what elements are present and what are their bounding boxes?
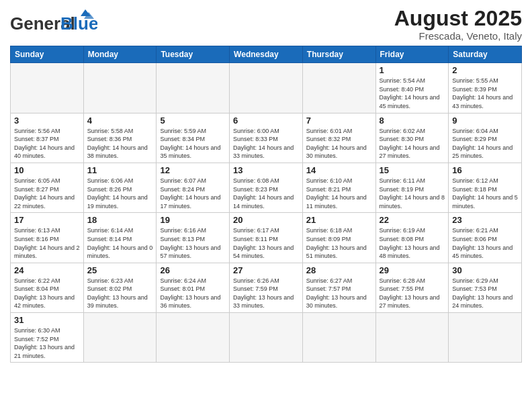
date-number: 3 xyxy=(14,116,80,126)
day-info: Sunrise: 6:08 AM Sunset: 8:23 PM Dayligh… xyxy=(233,177,299,210)
date-number: 27 xyxy=(233,265,299,275)
weekday-header-sunday: Sunday xyxy=(11,46,84,63)
calendar-cell xyxy=(157,63,230,113)
weekday-header-saturday: Saturday xyxy=(449,46,522,63)
calendar-cell: 20Sunrise: 6:17 AM Sunset: 8:11 PM Dayli… xyxy=(230,213,303,263)
weekday-header-friday: Friday xyxy=(375,46,449,63)
date-number: 28 xyxy=(306,265,372,275)
calendar-cell: 25Sunrise: 6:23 AM Sunset: 8:02 PM Dayli… xyxy=(83,263,157,312)
calendar-cell: 13Sunrise: 6:08 AM Sunset: 8:23 PM Dayli… xyxy=(230,163,303,212)
date-number: 12 xyxy=(160,165,226,175)
day-info: Sunrise: 5:54 AM Sunset: 8:40 PM Dayligh… xyxy=(380,77,445,110)
calendar-cell: 15Sunrise: 6:11 AM Sunset: 8:19 PM Dayli… xyxy=(375,163,449,212)
date-number: 18 xyxy=(87,215,153,225)
day-info: Sunrise: 6:16 AM Sunset: 8:13 PM Dayligh… xyxy=(160,226,226,260)
date-number: 7 xyxy=(306,116,372,126)
logo-area: General Blue xyxy=(10,7,97,40)
day-info: Sunrise: 6:01 AM Sunset: 8:32 PM Dayligh… xyxy=(306,127,372,161)
day-info: Sunrise: 6:30 AM Sunset: 7:52 PM Dayligh… xyxy=(14,326,80,360)
day-info: Sunrise: 6:06 AM Sunset: 8:26 PM Dayligh… xyxy=(87,177,153,210)
calendar-cell: 30Sunrise: 6:29 AM Sunset: 7:53 PM Dayli… xyxy=(449,263,522,312)
calendar-cell: 14Sunrise: 6:10 AM Sunset: 8:21 PM Dayli… xyxy=(302,163,375,212)
weekday-header-wednesday: Wednesday xyxy=(230,46,303,63)
day-info: Sunrise: 6:24 AM Sunset: 8:01 PM Dayligh… xyxy=(160,277,226,310)
calendar-cell: 11Sunrise: 6:06 AM Sunset: 8:26 PM Dayli… xyxy=(83,163,157,212)
weekday-header-row: SundayMondayTuesdayWednesdayThursdayFrid… xyxy=(11,46,522,63)
date-number: 19 xyxy=(160,215,226,225)
calendar-cell: 17Sunrise: 6:13 AM Sunset: 8:16 PM Dayli… xyxy=(11,213,84,263)
date-number: 6 xyxy=(233,116,299,126)
calendar-cell: 5Sunrise: 5:59 AM Sunset: 8:34 PM Daylig… xyxy=(157,113,230,163)
calendar-cell: 23Sunrise: 6:21 AM Sunset: 8:06 PM Dayli… xyxy=(449,213,522,263)
day-info: Sunrise: 6:28 AM Sunset: 7:55 PM Dayligh… xyxy=(380,277,445,310)
calendar-cell: 18Sunrise: 6:14 AM Sunset: 8:14 PM Dayli… xyxy=(83,213,157,263)
day-info: Sunrise: 6:02 AM Sunset: 8:30 PM Dayligh… xyxy=(380,127,445,161)
date-number: 4 xyxy=(87,116,153,126)
day-info: Sunrise: 6:13 AM Sunset: 8:16 PM Dayligh… xyxy=(14,226,80,260)
date-number: 23 xyxy=(452,215,518,225)
date-number: 29 xyxy=(380,265,445,275)
day-info: Sunrise: 6:12 AM Sunset: 8:18 PM Dayligh… xyxy=(452,177,518,210)
day-info: Sunrise: 6:18 AM Sunset: 8:09 PM Dayligh… xyxy=(306,226,372,260)
weekday-header-monday: Monday xyxy=(83,46,157,63)
weekday-header-tuesday: Tuesday xyxy=(157,46,230,63)
calendar-cell: 7Sunrise: 6:01 AM Sunset: 8:32 PM Daylig… xyxy=(302,113,375,163)
main-title: August 2025 xyxy=(394,7,522,30)
day-info: Sunrise: 6:11 AM Sunset: 8:19 PM Dayligh… xyxy=(380,177,445,210)
calendar-cell: 10Sunrise: 6:05 AM Sunset: 8:27 PM Dayli… xyxy=(11,163,84,212)
day-info: Sunrise: 5:56 AM Sunset: 8:37 PM Dayligh… xyxy=(14,127,80,161)
title-area: August 2025 Frescada, Veneto, Italy xyxy=(394,7,522,42)
logo-svg: General Blue xyxy=(10,9,97,40)
date-number: 15 xyxy=(380,165,445,175)
date-number: 31 xyxy=(14,315,80,325)
calendar-cell xyxy=(375,313,449,363)
calendar-cell xyxy=(157,313,230,363)
day-info: Sunrise: 6:04 AM Sunset: 8:29 PM Dayligh… xyxy=(452,127,518,161)
calendar-cell xyxy=(302,313,375,363)
date-number: 20 xyxy=(233,215,299,225)
date-number: 5 xyxy=(160,116,226,126)
day-info: Sunrise: 5:59 AM Sunset: 8:34 PM Dayligh… xyxy=(160,127,226,161)
day-info: Sunrise: 6:17 AM Sunset: 8:11 PM Dayligh… xyxy=(233,226,299,260)
day-info: Sunrise: 5:58 AM Sunset: 8:36 PM Dayligh… xyxy=(87,127,153,161)
day-info: Sunrise: 6:23 AM Sunset: 8:02 PM Dayligh… xyxy=(87,277,153,310)
date-number: 30 xyxy=(452,265,518,275)
date-number: 14 xyxy=(306,165,372,175)
day-info: Sunrise: 6:07 AM Sunset: 8:24 PM Dayligh… xyxy=(160,177,226,210)
calendar-cell: 21Sunrise: 6:18 AM Sunset: 8:09 PM Dayli… xyxy=(302,213,375,263)
page: General Blue August 2025 Frescada, Venet… xyxy=(0,0,532,411)
day-info: Sunrise: 5:55 AM Sunset: 8:39 PM Dayligh… xyxy=(452,77,518,110)
day-info: Sunrise: 6:21 AM Sunset: 8:06 PM Dayligh… xyxy=(452,226,518,260)
calendar: SundayMondayTuesdayWednesdayThursdayFrid… xyxy=(10,46,522,363)
header: General Blue August 2025 Frescada, Venet… xyxy=(10,7,522,42)
date-number: 9 xyxy=(452,116,518,126)
calendar-cell xyxy=(302,63,375,113)
date-number: 24 xyxy=(14,265,80,275)
date-number: 1 xyxy=(380,65,445,75)
calendar-cell: 28Sunrise: 6:27 AM Sunset: 7:57 PM Dayli… xyxy=(302,263,375,312)
week-row-2: 10Sunrise: 6:05 AM Sunset: 8:27 PM Dayli… xyxy=(11,163,522,212)
calendar-cell: 22Sunrise: 6:19 AM Sunset: 8:08 PM Dayli… xyxy=(375,213,449,263)
calendar-cell: 4Sunrise: 5:58 AM Sunset: 8:36 PM Daylig… xyxy=(83,113,157,163)
day-info: Sunrise: 6:29 AM Sunset: 7:53 PM Dayligh… xyxy=(452,277,518,310)
day-info: Sunrise: 6:00 AM Sunset: 8:33 PM Dayligh… xyxy=(233,127,299,161)
calendar-cell: 29Sunrise: 6:28 AM Sunset: 7:55 PM Dayli… xyxy=(375,263,449,312)
date-number: 26 xyxy=(160,265,226,275)
day-info: Sunrise: 6:05 AM Sunset: 8:27 PM Dayligh… xyxy=(14,177,80,210)
day-info: Sunrise: 6:10 AM Sunset: 8:21 PM Dayligh… xyxy=(306,177,372,210)
date-number: 21 xyxy=(306,215,372,225)
week-row-0: 1Sunrise: 5:54 AM Sunset: 8:40 PM Daylig… xyxy=(11,63,522,113)
weekday-header-thursday: Thursday xyxy=(302,46,375,63)
day-info: Sunrise: 6:19 AM Sunset: 8:08 PM Dayligh… xyxy=(380,226,445,260)
week-row-4: 24Sunrise: 6:22 AM Sunset: 8:04 PM Dayli… xyxy=(11,263,522,312)
calendar-cell: 27Sunrise: 6:26 AM Sunset: 7:59 PM Dayli… xyxy=(230,263,303,312)
calendar-cell xyxy=(83,63,157,113)
sub-title: Frescada, Veneto, Italy xyxy=(394,30,522,42)
calendar-cell: 8Sunrise: 6:02 AM Sunset: 8:30 PM Daylig… xyxy=(375,113,449,163)
calendar-cell xyxy=(230,63,303,113)
calendar-cell: 12Sunrise: 6:07 AM Sunset: 8:24 PM Dayli… xyxy=(157,163,230,212)
date-number: 13 xyxy=(233,165,299,175)
day-info: Sunrise: 6:22 AM Sunset: 8:04 PM Dayligh… xyxy=(14,277,80,310)
week-row-3: 17Sunrise: 6:13 AM Sunset: 8:16 PM Dayli… xyxy=(11,213,522,263)
calendar-cell xyxy=(230,313,303,363)
